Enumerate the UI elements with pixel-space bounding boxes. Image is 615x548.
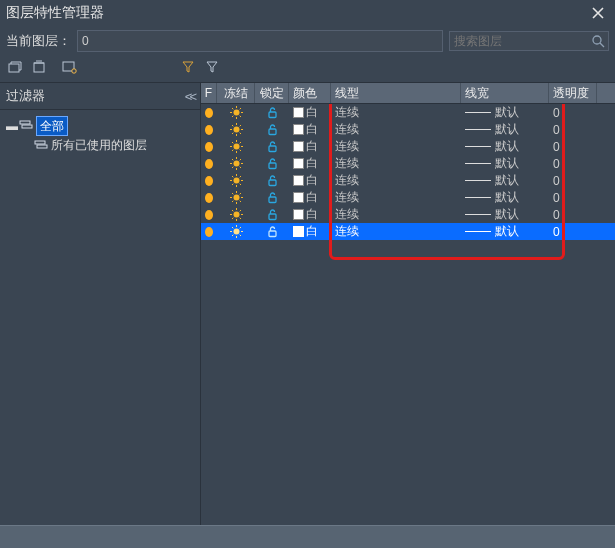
col-opacity[interactable]: 透明度	[549, 83, 597, 103]
linetype-cell[interactable]: 连续	[331, 104, 461, 121]
lock-cell[interactable]	[255, 138, 289, 155]
lineweight-cell[interactable]: 默认	[461, 155, 549, 172]
color-cell[interactable]: 白	[289, 172, 331, 189]
lineweight-cell[interactable]: 默认	[461, 223, 549, 240]
flag-cell[interactable]	[201, 155, 217, 172]
table-row[interactable]: 白连续默认0	[201, 155, 615, 172]
flag-cell[interactable]	[201, 189, 217, 206]
table-row[interactable]: 白连续默认0	[201, 138, 615, 155]
linetype-cell[interactable]: 连续	[331, 172, 461, 189]
window-title: 图层特性管理器	[6, 4, 104, 22]
sun-icon	[230, 123, 243, 136]
new-layer-button[interactable]	[6, 58, 24, 76]
freeze-cell[interactable]	[217, 189, 255, 206]
flag-cell[interactable]	[201, 138, 217, 155]
svg-point-22	[233, 127, 239, 133]
color-cell[interactable]: 白	[289, 155, 331, 172]
freeze-cell[interactable]	[217, 121, 255, 138]
flag-cell[interactable]	[201, 172, 217, 189]
freeze-cell[interactable]	[217, 155, 255, 172]
opacity-cell[interactable]: 0	[549, 223, 597, 240]
opacity-cell[interactable]: 0	[549, 189, 597, 206]
tree-row-all[interactable]: ▬ 全部	[6, 116, 194, 136]
freeze-cell[interactable]	[217, 138, 255, 155]
opacity-cell[interactable]: 0	[549, 121, 597, 138]
svg-rect-10	[35, 141, 45, 144]
delete-layer-button[interactable]	[30, 58, 48, 76]
flag-cell[interactable]	[201, 104, 217, 121]
flag-cell[interactable]	[201, 223, 217, 240]
lineweight-cell[interactable]: 默认	[461, 104, 549, 121]
lock-cell[interactable]	[255, 189, 289, 206]
collapse-filters-icon[interactable]: <<	[185, 89, 194, 104]
lock-cell[interactable]	[255, 104, 289, 121]
lock-cell[interactable]	[255, 206, 289, 223]
tree-collapse-icon[interactable]: ▬	[6, 117, 16, 135]
color-cell[interactable]: 白	[289, 206, 331, 223]
linetype-cell[interactable]: 连续	[331, 155, 461, 172]
svg-rect-41	[269, 146, 276, 152]
lineweight-cell[interactable]: 默认	[461, 189, 549, 206]
color-cell[interactable]: 白	[289, 223, 331, 240]
col-color[interactable]: 颜色	[289, 83, 331, 103]
lineweight-cell[interactable]: 默认	[461, 138, 549, 155]
linetype-cell[interactable]: 连续	[331, 121, 461, 138]
tree-row-used[interactable]: 所有已使用的图层	[34, 136, 194, 154]
lock-cell[interactable]	[255, 155, 289, 172]
linetype-cell[interactable]: 连续	[331, 138, 461, 155]
toggle-filter-button-1[interactable]	[180, 58, 198, 76]
color-label: 白	[306, 206, 318, 223]
opacity-cell[interactable]: 0	[549, 138, 597, 155]
opacity-cell[interactable]: 0	[549, 155, 597, 172]
current-layer-input[interactable]	[77, 30, 443, 52]
col-lock[interactable]: 锁定	[255, 83, 289, 103]
col-freeze[interactable]: 冻结	[217, 83, 255, 103]
svg-line-57	[232, 176, 233, 177]
flag-cell[interactable]	[201, 206, 217, 223]
color-cell[interactable]: 白	[289, 138, 331, 155]
table-row[interactable]: 白连续默认0	[201, 172, 615, 189]
lineweight-cell[interactable]: 默认	[461, 206, 549, 223]
lineweight-cell[interactable]: 默认	[461, 172, 549, 189]
toggle-filter-button-2[interactable]	[204, 58, 222, 76]
table-row[interactable]: 白连续默认0	[201, 121, 615, 138]
flag-cell[interactable]	[201, 121, 217, 138]
linetype-cell[interactable]: 连续	[331, 223, 461, 240]
linetype-cell[interactable]: 连续	[331, 206, 461, 223]
table-row[interactable]: 白连续默认0	[201, 223, 615, 240]
svg-point-12	[233, 110, 239, 116]
svg-line-77	[232, 210, 233, 211]
color-label: 白	[306, 223, 318, 240]
lineweight-cell[interactable]: 默认	[461, 121, 549, 138]
opacity-cell[interactable]: 0	[549, 206, 597, 223]
col-linetype[interactable]: 线型	[331, 83, 461, 103]
opacity-cell[interactable]: 0	[549, 172, 597, 189]
sun-icon	[230, 208, 243, 221]
layer-states-button[interactable]	[60, 58, 78, 76]
opacity-cell[interactable]: 0	[549, 104, 597, 121]
linetype-cell[interactable]: 连续	[331, 189, 461, 206]
lock-cell[interactable]	[255, 223, 289, 240]
close-button[interactable]	[587, 6, 609, 20]
color-cell[interactable]: 白	[289, 121, 331, 138]
table-row[interactable]: 白连续默认0	[201, 189, 615, 206]
freeze-cell[interactable]	[217, 172, 255, 189]
svg-line-68	[239, 201, 240, 202]
svg-line-59	[239, 176, 240, 177]
freeze-cell[interactable]	[217, 223, 255, 240]
lock-cell[interactable]	[255, 121, 289, 138]
svg-line-37	[232, 142, 233, 143]
freeze-cell[interactable]	[217, 206, 255, 223]
col-flag[interactable]: F	[201, 83, 217, 103]
freeze-cell[interactable]	[217, 104, 255, 121]
col-lineweight[interactable]: 线宽	[461, 83, 549, 103]
lineweight-sample-icon	[465, 112, 491, 113]
lock-cell[interactable]	[255, 172, 289, 189]
color-cell[interactable]: 白	[289, 104, 331, 121]
color-swatch	[293, 158, 304, 169]
svg-line-19	[239, 108, 240, 109]
search-layer-input[interactable]	[449, 31, 609, 51]
table-row[interactable]: 白连续默认0	[201, 206, 615, 223]
table-row[interactable]: 白连续默认0	[201, 104, 615, 121]
color-cell[interactable]: 白	[289, 189, 331, 206]
